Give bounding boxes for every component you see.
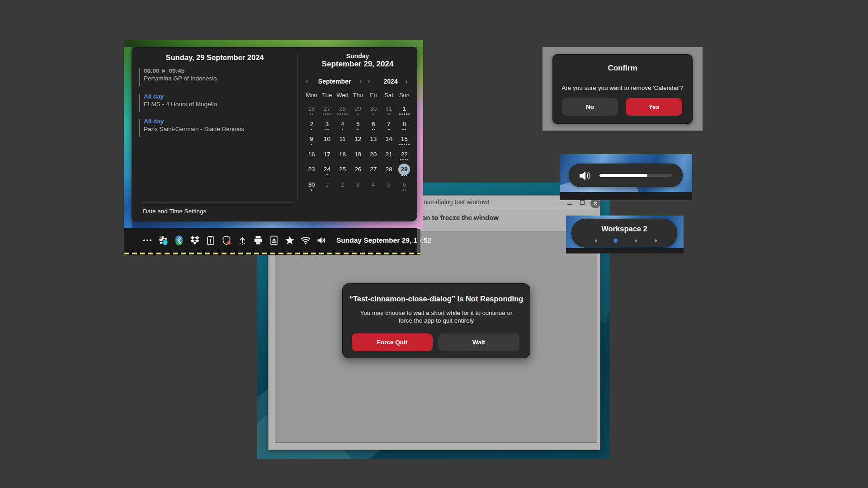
document-eject-icon[interactable] xyxy=(269,235,279,246)
no-button[interactable]: No xyxy=(562,98,618,116)
calendar-day[interactable]: 29 xyxy=(396,163,412,178)
star-icon[interactable] xyxy=(284,235,295,246)
show-desktop-strip[interactable] xyxy=(417,229,420,252)
window-title: ose-dialog test window! xyxy=(424,196,490,209)
shield-alert-icon[interactable] xyxy=(221,235,232,246)
dialog-message-line2: force the app to quit entirely xyxy=(343,317,530,324)
weekday-header-row: MonTueWedThuFriSatSun xyxy=(304,92,412,99)
calendar-day[interactable]: 6 xyxy=(396,178,412,194)
event-title: Paris Saint-Germain - Stade Rennais xyxy=(144,126,244,132)
calendar-day[interactable]: 9 xyxy=(304,133,319,148)
calendar-day[interactable]: 22 xyxy=(396,148,412,164)
calendar-day[interactable]: 23 xyxy=(304,163,319,178)
calendar-day[interactable]: 30 xyxy=(304,178,319,194)
calendar-day[interactable]: 7 xyxy=(381,118,396,133)
calendar-day[interactable]: 12 xyxy=(350,133,366,148)
event-item[interactable]: 08:00 ► 09:45Pertamina GP of Indonesia xyxy=(139,67,291,87)
force-quit-button[interactable]: Force Quit xyxy=(352,333,433,351)
calendar-day[interactable]: 16 xyxy=(304,148,319,164)
calendar-day[interactable]: 25 xyxy=(335,163,350,178)
calendar-day[interactable]: 14 xyxy=(381,133,396,148)
wallpaper-strip-bottom xyxy=(132,221,423,228)
calendar-day[interactable]: 15 xyxy=(396,133,412,148)
event-dots xyxy=(304,113,319,115)
day-number: 29 xyxy=(354,104,362,113)
prev-month-button[interactable]: ‹ xyxy=(303,77,311,85)
minimize-button[interactable] xyxy=(567,204,572,205)
next-year-button[interactable]: › xyxy=(403,77,410,85)
day-number: 28 xyxy=(385,165,393,174)
event-dots xyxy=(319,113,335,115)
upload-arrow-icon[interactable] xyxy=(237,235,248,246)
event-dots xyxy=(381,189,396,191)
day-number: 22 xyxy=(400,150,409,159)
event-item[interactable]: All dayParis Saint-Germain - Stade Renna… xyxy=(139,118,291,138)
calendar-day[interactable]: 13 xyxy=(366,133,381,148)
calendar-day[interactable]: 2 xyxy=(335,178,350,194)
calendar-day[interactable]: 28 xyxy=(381,163,396,178)
printer-icon[interactable] xyxy=(253,235,264,246)
calendar-day[interactable]: 19 xyxy=(350,148,366,164)
calendar-day[interactable]: 3 xyxy=(319,118,335,133)
date-time-settings-link[interactable]: Date and Time Settings xyxy=(143,208,206,215)
day-number: 17 xyxy=(323,150,331,159)
day-number: 27 xyxy=(369,165,377,174)
day-number: 15 xyxy=(400,135,409,143)
calendar-day[interactable]: 27 xyxy=(366,163,381,178)
calendar-day[interactable]: 26 xyxy=(350,163,366,178)
wait-button[interactable]: Wait xyxy=(438,333,519,351)
calendar-day[interactable]: 17 xyxy=(319,148,335,164)
calendar-day[interactable]: 26 xyxy=(304,103,319,118)
calendar-day[interactable]: 28 xyxy=(335,103,350,118)
event-dots xyxy=(335,174,350,176)
calendar-day[interactable]: 6 xyxy=(366,118,381,133)
weekday-label: Fri xyxy=(366,92,381,99)
calendar-day[interactable]: 31 xyxy=(381,103,396,118)
calendar-day[interactable]: 29 xyxy=(350,103,366,118)
calendar-day[interactable]: 4 xyxy=(335,118,350,133)
day-number: 31 xyxy=(385,104,393,113)
yes-button[interactable]: Yes xyxy=(626,98,682,116)
calendar-day[interactable]: 27 xyxy=(319,103,335,118)
calendar-day[interactable]: 24 xyxy=(319,163,335,178)
day-number: 29 xyxy=(398,164,410,175)
menu-dots-icon[interactable] xyxy=(142,235,153,246)
calendar-day[interactable]: 2 xyxy=(304,118,319,133)
calendar-day[interactable]: 30 xyxy=(366,103,381,118)
maximize-button[interactable] xyxy=(580,200,585,205)
calendar-day[interactable]: 3 xyxy=(350,178,366,194)
next-month-button[interactable]: › xyxy=(357,77,364,85)
dropbox-icon[interactable] xyxy=(189,235,200,246)
calendar-day[interactable]: 10 xyxy=(319,133,335,148)
calendar-day[interactable]: 20 xyxy=(366,148,381,164)
wifi-icon[interactable] xyxy=(300,235,311,246)
event-dots xyxy=(335,189,350,191)
event-marker xyxy=(139,119,140,137)
event-item[interactable]: All dayELMS - 4 Hours of Mugello xyxy=(139,93,291,113)
day-number: 2 xyxy=(338,180,347,189)
event-title: Pertamina GP of Indonesia xyxy=(144,75,217,82)
calendar-day[interactable]: 8 xyxy=(396,118,412,133)
prev-year-button[interactable]: ‹ xyxy=(365,77,373,85)
calendar-day[interactable]: 4 xyxy=(366,178,381,194)
calendar-day[interactable]: 1 xyxy=(319,178,335,194)
calendar-day[interactable]: 1 xyxy=(396,103,412,118)
event-dots xyxy=(304,129,319,131)
bluetooth-icon[interactable] xyxy=(174,235,184,246)
event-dots xyxy=(319,129,335,131)
calendar-day[interactable]: 5 xyxy=(350,118,366,133)
freeze-window-label: on to freeze the window xyxy=(422,214,499,221)
clipboard-alert-icon[interactable] xyxy=(205,235,216,246)
calendar-day[interactable]: 21 xyxy=(381,148,396,164)
event-dots xyxy=(396,129,412,131)
calendar-day[interactable]: 5 xyxy=(381,178,396,194)
calendar-day[interactable]: 11 xyxy=(335,133,350,148)
day-number: 7 xyxy=(385,120,393,128)
volume-icon[interactable] xyxy=(316,235,327,246)
confirm-fragment: Confirm Are you sure you want to remove … xyxy=(542,47,703,131)
event-dots xyxy=(335,159,350,161)
day-number: 6 xyxy=(369,120,377,128)
weekday-label: Wed xyxy=(335,92,350,99)
tray-activity-icon[interactable] xyxy=(158,235,169,246)
calendar-day[interactable]: 18 xyxy=(335,148,350,164)
